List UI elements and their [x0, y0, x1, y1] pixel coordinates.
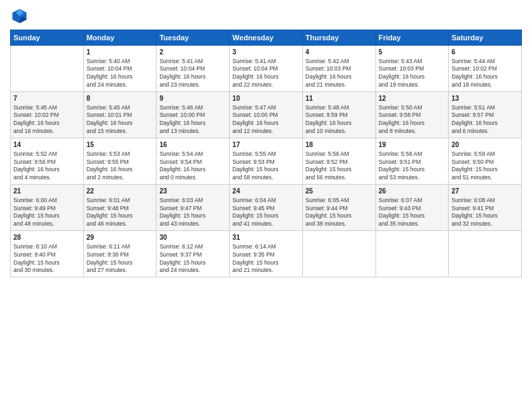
- day-number: 13: [451, 94, 519, 103]
- day-info: Sunrise: 5:41 AMSunset: 10:04 PMDaylight…: [159, 58, 226, 90]
- day-number: 31: [232, 233, 300, 242]
- day-number: 21: [13, 187, 81, 196]
- calendar-cell: 13Sunrise: 5:51 AMSunset: 9:57 PMDayligh…: [449, 92, 522, 138]
- day-info: Sunrise: 5:58 AMSunset: 9:51 PMDaylight:…: [379, 150, 446, 183]
- header-cell-monday: Monday: [83, 30, 157, 46]
- calendar-cell: 6Sunrise: 5:44 AMSunset: 10:02 PMDayligh…: [449, 46, 522, 92]
- calendar-cell: 2Sunrise: 5:41 AMSunset: 10:04 PMDayligh…: [157, 46, 230, 92]
- day-info: Sunrise: 6:12 AMSunset: 9:37 PMDaylight:…: [159, 243, 226, 275]
- calendar-cell: 15Sunrise: 5:53 AMSunset: 9:55 PMDayligh…: [83, 138, 157, 185]
- day-number: 9: [159, 94, 226, 103]
- day-info: Sunrise: 5:56 AMSunset: 9:52 PMDaylight:…: [306, 150, 373, 183]
- day-info: Sunrise: 5:45 AMSunset: 10:01 PMDaylight…: [87, 104, 154, 136]
- calendar-cell: [375, 231, 449, 277]
- day-info: Sunrise: 6:00 AMSunset: 9:49 PMDaylight:…: [13, 197, 81, 229]
- day-number: 22: [87, 187, 154, 196]
- calendar-cell: [449, 231, 522, 277]
- calendar-cell: 25Sunrise: 6:05 AMSunset: 9:44 PMDayligh…: [302, 185, 375, 231]
- day-info: Sunrise: 5:47 AMSunset: 10:00 PMDaylight…: [232, 104, 300, 136]
- calendar-header: SundayMondayTuesdayWednesdayThursdayFrid…: [11, 30, 522, 46]
- calendar-cell: 1Sunrise: 5:40 AMSunset: 10:04 PMDayligh…: [83, 46, 157, 92]
- header-cell-sunday: Sunday: [11, 30, 84, 46]
- day-number: 17: [232, 140, 300, 150]
- calendar-cell: 30Sunrise: 6:12 AMSunset: 9:37 PMDayligh…: [157, 231, 230, 277]
- page: SundayMondayTuesdayWednesdayThursdayFrid…: [0, 0, 532, 411]
- day-info: Sunrise: 6:08 AMSunset: 9:41 PMDaylight:…: [451, 197, 519, 229]
- day-number: 14: [13, 140, 81, 150]
- calendar-cell: [302, 231, 375, 277]
- day-number: 25: [306, 187, 373, 196]
- day-number: 26: [379, 187, 446, 196]
- day-info: Sunrise: 5:54 AMSunset: 9:54 PMDaylight:…: [159, 150, 226, 183]
- header-cell-tuesday: Tuesday: [157, 30, 230, 46]
- week-row-4: 21Sunrise: 6:00 AMSunset: 9:49 PMDayligh…: [11, 185, 522, 231]
- calendar-cell: 24Sunrise: 6:04 AMSunset: 9:45 PMDayligh…: [230, 185, 303, 231]
- header-cell-wednesday: Wednesday: [230, 30, 303, 46]
- calendar-cell: 9Sunrise: 5:46 AMSunset: 10:00 PMDayligh…: [157, 92, 230, 138]
- day-number: 18: [306, 140, 373, 150]
- calendar-cell: 5Sunrise: 5:43 AMSunset: 10:03 PMDayligh…: [375, 46, 449, 92]
- day-number: 28: [13, 233, 81, 242]
- calendar-cell: 4Sunrise: 5:42 AMSunset: 10:03 PMDayligh…: [302, 46, 375, 92]
- header: [10, 7, 522, 26]
- calendar-table: SundayMondayTuesdayWednesdayThursdayFrid…: [10, 30, 522, 277]
- header-cell-saturday: Saturday: [449, 30, 522, 46]
- day-number: 29: [87, 233, 154, 242]
- calendar-cell: 12Sunrise: 5:50 AMSunset: 9:58 PMDayligh…: [375, 92, 449, 138]
- calendar-cell: 22Sunrise: 6:01 AMSunset: 9:48 PMDayligh…: [83, 185, 157, 231]
- day-number: 11: [306, 94, 373, 103]
- week-row-5: 28Sunrise: 6:10 AMSunset: 9:40 PMDayligh…: [11, 231, 522, 277]
- calendar-cell: 10Sunrise: 5:47 AMSunset: 10:00 PMDaylig…: [230, 92, 303, 138]
- day-info: Sunrise: 6:03 AMSunset: 9:47 PMDaylight:…: [159, 197, 226, 229]
- day-info: Sunrise: 6:04 AMSunset: 9:45 PMDaylight:…: [232, 197, 300, 229]
- calendar-cell: 14Sunrise: 5:52 AMSunset: 9:56 PMDayligh…: [11, 138, 84, 185]
- day-number: 5: [379, 48, 446, 57]
- day-number: 24: [232, 187, 300, 196]
- day-number: 7: [13, 94, 81, 103]
- day-info: Sunrise: 5:55 AMSunset: 9:53 PMDaylight:…: [232, 150, 300, 183]
- day-number: 27: [451, 187, 519, 196]
- day-number: 23: [159, 187, 226, 196]
- day-info: Sunrise: 6:05 AMSunset: 9:44 PMDaylight:…: [306, 197, 373, 229]
- day-number: 16: [159, 140, 226, 150]
- day-number: 30: [159, 233, 226, 242]
- calendar-cell: 21Sunrise: 6:00 AMSunset: 9:49 PMDayligh…: [11, 185, 84, 231]
- calendar-body: 1Sunrise: 5:40 AMSunset: 10:04 PMDayligh…: [11, 46, 522, 277]
- calendar-cell: 20Sunrise: 5:59 AMSunset: 9:50 PMDayligh…: [449, 138, 522, 185]
- day-number: 4: [306, 48, 373, 57]
- day-number: 1: [87, 48, 154, 57]
- day-info: Sunrise: 6:10 AMSunset: 9:40 PMDaylight:…: [13, 243, 81, 275]
- logo-icon: [10, 7, 29, 26]
- calendar-cell: 29Sunrise: 6:11 AMSunset: 9:38 PMDayligh…: [83, 231, 157, 277]
- day-info: Sunrise: 5:51 AMSunset: 9:57 PMDaylight:…: [451, 104, 519, 136]
- calendar-cell: 8Sunrise: 5:45 AMSunset: 10:01 PMDayligh…: [83, 92, 157, 138]
- calendar-cell: 23Sunrise: 6:03 AMSunset: 9:47 PMDayligh…: [157, 185, 230, 231]
- calendar-cell: 31Sunrise: 6:14 AMSunset: 9:35 PMDayligh…: [230, 231, 303, 277]
- day-number: 15: [87, 140, 154, 150]
- header-cell-thursday: Thursday: [302, 30, 375, 46]
- day-number: 19: [379, 140, 446, 150]
- calendar-cell: [11, 46, 84, 92]
- week-row-1: 1Sunrise: 5:40 AMSunset: 10:04 PMDayligh…: [11, 46, 522, 92]
- day-info: Sunrise: 5:48 AMSunset: 9:59 PMDaylight:…: [306, 104, 373, 136]
- day-info: Sunrise: 5:44 AMSunset: 10:02 PMDaylight…: [451, 58, 519, 90]
- calendar-cell: 3Sunrise: 5:41 AMSunset: 10:04 PMDayligh…: [230, 46, 303, 92]
- header-cell-friday: Friday: [375, 30, 449, 46]
- calendar-cell: 26Sunrise: 6:07 AMSunset: 9:43 PMDayligh…: [375, 185, 449, 231]
- day-number: 10: [232, 94, 300, 103]
- logo: [10, 7, 32, 26]
- day-info: Sunrise: 6:14 AMSunset: 9:35 PMDaylight:…: [232, 243, 300, 275]
- calendar-cell: 19Sunrise: 5:58 AMSunset: 9:51 PMDayligh…: [375, 138, 449, 185]
- calendar-cell: 27Sunrise: 6:08 AMSunset: 9:41 PMDayligh…: [449, 185, 522, 231]
- day-info: Sunrise: 5:41 AMSunset: 10:04 PMDaylight…: [232, 58, 300, 90]
- day-info: Sunrise: 5:40 AMSunset: 10:04 PMDaylight…: [87, 58, 154, 90]
- day-info: Sunrise: 5:53 AMSunset: 9:55 PMDaylight:…: [87, 150, 154, 183]
- day-info: Sunrise: 5:43 AMSunset: 10:03 PMDaylight…: [379, 58, 446, 90]
- day-info: Sunrise: 6:11 AMSunset: 9:38 PMDaylight:…: [87, 243, 154, 275]
- day-info: Sunrise: 5:50 AMSunset: 9:58 PMDaylight:…: [379, 104, 446, 136]
- day-number: 3: [232, 48, 300, 57]
- header-row: SundayMondayTuesdayWednesdayThursdayFrid…: [11, 30, 522, 46]
- day-number: 8: [87, 94, 154, 103]
- day-info: Sunrise: 5:46 AMSunset: 10:00 PMDaylight…: [159, 104, 226, 136]
- week-row-2: 7Sunrise: 5:45 AMSunset: 10:02 PMDayligh…: [11, 92, 522, 138]
